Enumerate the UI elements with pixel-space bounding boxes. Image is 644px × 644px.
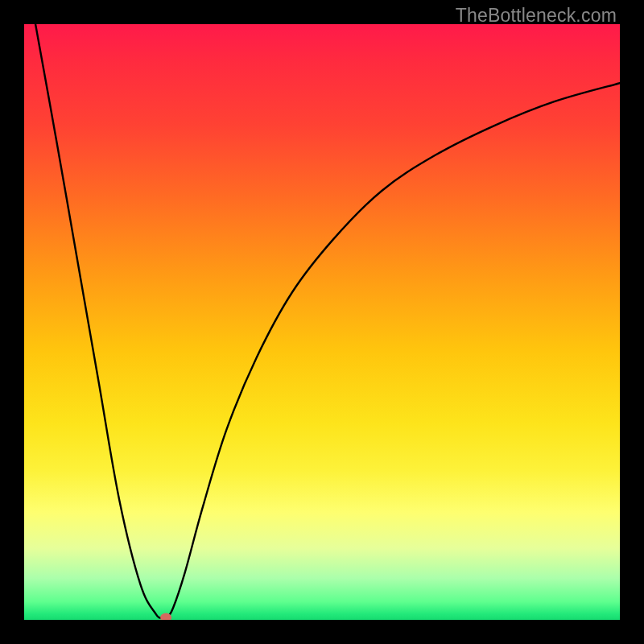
chart-container: TheBottleneck.com <box>0 0 644 644</box>
min-marker <box>160 613 171 620</box>
series-right-branch <box>166 83 620 620</box>
watermark-text: TheBottleneck.com <box>456 5 617 27</box>
plot-area <box>24 24 620 620</box>
series-left-branch <box>35 24 166 620</box>
bottleneck-curve <box>24 24 620 620</box>
